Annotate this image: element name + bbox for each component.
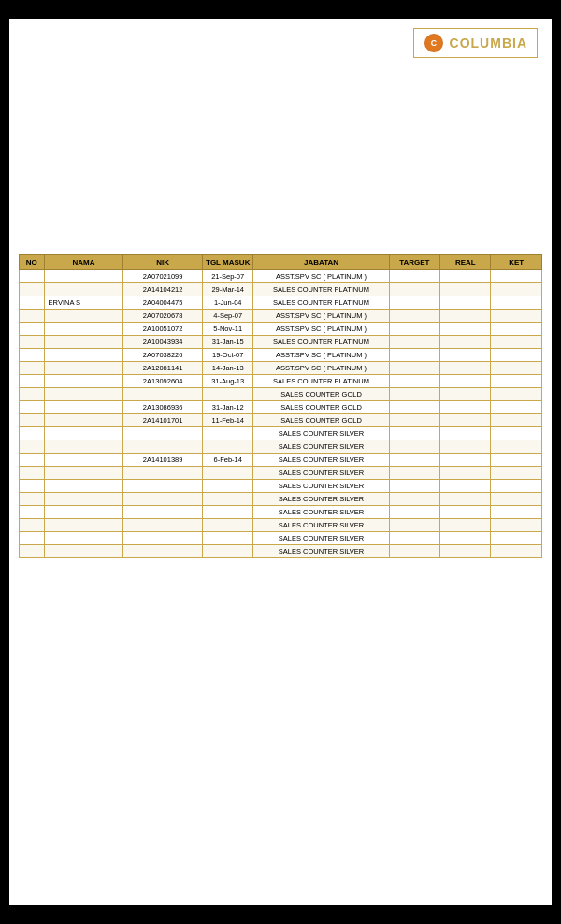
header-tgl: TGL MASUK (202, 255, 252, 270)
table-row: SALES COUNTER SILVER (20, 440, 542, 454)
table-row: 2A0703822619-Oct-07ASST.SPV SC ( PLATINU… (20, 349, 542, 362)
table-row: SALES COUNTER SILVER (20, 519, 542, 532)
table-row: 2A1309260431-Aug-13SALES COUNTER PLATINU… (20, 375, 542, 388)
table-area: NO NAMA NIK TGL MASUK JABATAN TARGET REA… (9, 250, 552, 563)
header-jabatan: JABATAN (253, 255, 389, 270)
table-row: ERVINA S2A040044751-Jun-04SALES COUNTER … (20, 296, 542, 310)
table-row: SALES COUNTER SILVER (20, 480, 542, 493)
table-row: 2A1410170111-Feb-14SALES COUNTER GOLD (20, 414, 542, 427)
logo-container: C COLUMBIA (413, 28, 538, 58)
table-row: SALES COUNTER SILVER (20, 532, 542, 545)
table-row: SALES COUNTER SILVER (20, 493, 542, 506)
header-ket: KET (491, 255, 542, 270)
table-row: 2A1208114114-Jan-13ASST.SPV SC ( PLATINU… (20, 362, 542, 375)
data-table: NO NAMA NIK TGL MASUK JABATAN TARGET REA… (19, 254, 542, 558)
table-row: SALES COUNTER SILVER (20, 427, 542, 440)
table-row: SALES COUNTER SILVER (20, 506, 542, 519)
table-row: 2A1410421229-Mar-14SALES COUNTER PLATINU… (20, 283, 542, 296)
table-row: 2A070206784-Sep-07ASST.SPV SC ( PLATINUM… (20, 310, 542, 323)
svg-text:C: C (430, 38, 437, 48)
header-real: REAL (440, 255, 491, 270)
header-target: TARGET (389, 255, 439, 270)
table-row: SALES COUNTER GOLD (20, 388, 542, 401)
logo-text: COLUMBIA (450, 36, 527, 51)
table-row: SALES COUNTER SILVER (20, 545, 542, 558)
table-row: 2A141013896-Feb-14SALES COUNTER SILVER (20, 454, 542, 467)
columbia-logo-icon: C (424, 33, 444, 53)
table-row: 2A1308693631-Jan-12SALES COUNTER GOLD (20, 401, 542, 414)
table-row: SALES COUNTER SILVER (20, 467, 542, 480)
table-row: 2A1004393431-Jan-15SALES COUNTER PLATINU… (20, 336, 542, 349)
header-nik: NIK (123, 255, 203, 270)
table-row: 2A100510725-Nov-11ASST.SPV SC ( PLATINUM… (20, 323, 542, 336)
header-nama: NAMA (44, 255, 123, 270)
table-row: 2A0702109921-Sep-07ASST.SPV SC ( PLATINU… (20, 270, 542, 283)
header-no: NO (20, 255, 45, 270)
